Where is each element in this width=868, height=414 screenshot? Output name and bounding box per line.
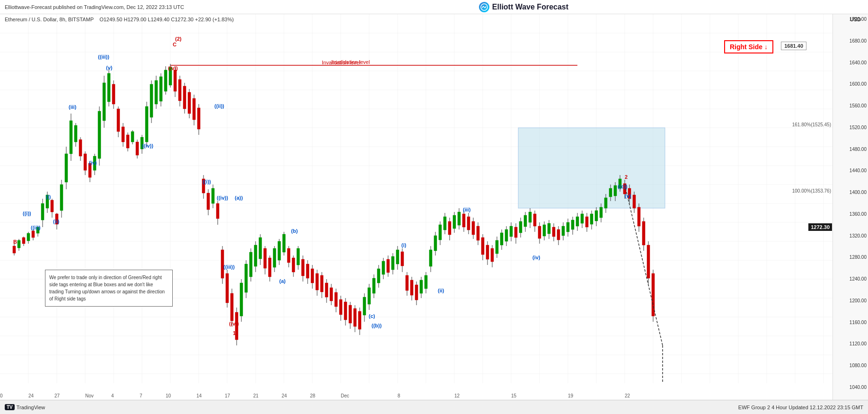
svg-rect-104 <box>136 142 139 155</box>
time-axis: 0 24 27 Nov 4 7 10 14 17 21 24 28 Dec 8 … <box>0 391 833 400</box>
svg-rect-270 <box>529 212 531 222</box>
svg-rect-320 <box>647 245 650 278</box>
wave-label-i: (i) <box>46 194 51 200</box>
svg-rect-52 <box>13 246 16 253</box>
svg-rect-194 <box>349 305 352 323</box>
svg-rect-170 <box>292 258 295 272</box>
svg-rect-306 <box>614 185 617 196</box>
svg-rect-314 <box>633 195 636 208</box>
svg-rect-100 <box>126 135 129 148</box>
svg-rect-244 <box>467 217 470 230</box>
wave-label-in-ii-ii: ((ii)) <box>214 103 224 109</box>
svg-rect-54 <box>18 240 20 248</box>
wave-label-in-ii-v: ((v)) <box>229 321 239 326</box>
price-1440: 1440.00 <box>834 168 867 173</box>
svg-rect-298 <box>595 211 598 221</box>
svg-rect-128 <box>193 98 195 120</box>
svg-rect-78 <box>74 125 77 142</box>
svg-rect-72 <box>60 185 63 211</box>
svg-rect-238 <box>453 215 456 229</box>
brand-name: Elliott Wave Forecast <box>492 3 568 11</box>
svg-rect-262 <box>510 226 513 237</box>
svg-rect-168 <box>287 248 290 263</box>
svg-rect-112 <box>155 80 158 104</box>
price-1120: 1120.00 <box>834 341 867 346</box>
svg-rect-180 <box>316 273 319 290</box>
svg-rect-90 <box>103 83 106 121</box>
svg-rect-188 <box>335 292 337 307</box>
header: Elliottwave-Forecast published on Tradin… <box>0 0 868 14</box>
svg-rect-80 <box>79 140 82 156</box>
price-1320: 1320.00 <box>834 233 867 238</box>
svg-rect-160 <box>268 258 271 277</box>
svg-rect-276 <box>543 225 546 236</box>
svg-rect-152 <box>249 252 252 277</box>
svg-rect-110 <box>150 84 153 117</box>
fib-100-label: 100.00%(1353.76) <box>792 188 831 194</box>
svg-rect-162 <box>273 248 276 267</box>
svg-rect-74 <box>65 154 68 182</box>
time-0: 0 <box>0 393 3 398</box>
time-21: 21 <box>253 393 258 398</box>
brand-logo: Elliott Wave Forecast <box>479 2 568 12</box>
svg-rect-280 <box>552 227 555 237</box>
right-side-box: Right Side ↓ <box>724 40 773 53</box>
price-1160: 1160.00 <box>834 320 867 325</box>
time-12: 12 <box>454 393 460 398</box>
svg-rect-212 <box>391 256 394 270</box>
price-1560: 1560.00 <box>834 103 867 108</box>
svg-rect-184 <box>325 283 328 297</box>
time-24b: 24 <box>282 393 287 398</box>
svg-rect-202 <box>368 288 371 304</box>
invalidation-text: Invalidation level <box>331 59 370 65</box>
svg-rect-178 <box>311 269 314 283</box>
svg-rect-134 <box>207 193 210 210</box>
svg-rect-64 <box>41 203 44 220</box>
svg-rect-200 <box>363 297 366 315</box>
price-tag-1681: 1681.40 <box>781 42 806 50</box>
svg-rect-126 <box>188 92 191 114</box>
tv-icon: TV <box>5 404 15 410</box>
svg-rect-192 <box>344 302 347 320</box>
svg-rect-278 <box>548 223 550 234</box>
time-28: 28 <box>310 393 315 398</box>
wave-label-a2: (a) <box>279 278 285 284</box>
svg-rect-88 <box>98 111 101 159</box>
svg-rect-242 <box>462 214 465 227</box>
wave-label-riii: (iii) <box>463 207 471 212</box>
wave-label-iv: (iv) <box>89 160 97 166</box>
svg-rect-236 <box>448 221 451 235</box>
wave-label-iii: (iii) <box>69 104 77 110</box>
price-1080: 1080.00 <box>834 363 867 368</box>
wave-label-ii-v: ((v)) <box>168 65 178 71</box>
svg-rect-284 <box>562 226 565 236</box>
svg-rect-234 <box>443 217 446 230</box>
wave-label-in-ii-iii: ((iii)) <box>223 264 235 270</box>
svg-rect-68 <box>51 200 53 212</box>
svg-rect-266 <box>519 221 522 233</box>
wave-label-ri: (i) <box>401 242 406 248</box>
wave-label-C: C <box>173 42 177 47</box>
time-nov: Nov <box>85 393 94 398</box>
wave-label-riv: (iv) <box>532 255 540 260</box>
price-1200: 1200.00 <box>834 298 867 303</box>
wave-label-ii-c: ((c)) <box>618 184 628 189</box>
svg-rect-272 <box>533 214 536 226</box>
price-1520: 1520.00 <box>834 125 867 130</box>
svg-rect-256 <box>496 240 498 254</box>
wave-label-ii-b: ((b)) <box>372 323 381 328</box>
chart-svg <box>0 14 833 400</box>
svg-rect-172 <box>297 248 300 265</box>
logo-icon <box>479 2 489 12</box>
svg-rect-198 <box>358 311 361 329</box>
wave-label-B: B <box>13 239 17 245</box>
wave-label-ii-iii: ((iii)) <box>98 54 109 60</box>
svg-rect-150 <box>245 264 248 292</box>
svg-rect-50 <box>518 128 665 208</box>
ewf-footer-label: EWF Group 2 4 Hour Updated 12.12.2022 23… <box>738 405 863 410</box>
svg-rect-130 <box>197 108 200 129</box>
wave-label-1: 1 <box>233 330 236 336</box>
time-17: 17 <box>225 393 230 398</box>
wave-label-ii-ii: ((ii)) <box>31 225 41 230</box>
price-1280: 1280.00 <box>834 255 867 260</box>
